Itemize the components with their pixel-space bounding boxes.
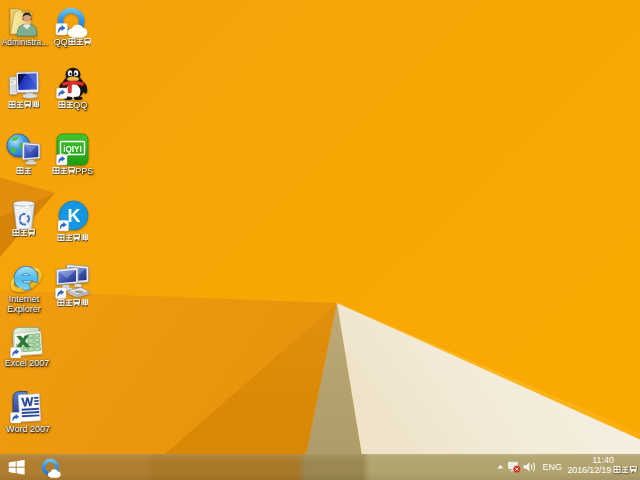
svg-text:iQIYI: iQIYI	[63, 145, 82, 154]
svg-text:K: K	[68, 206, 81, 226]
